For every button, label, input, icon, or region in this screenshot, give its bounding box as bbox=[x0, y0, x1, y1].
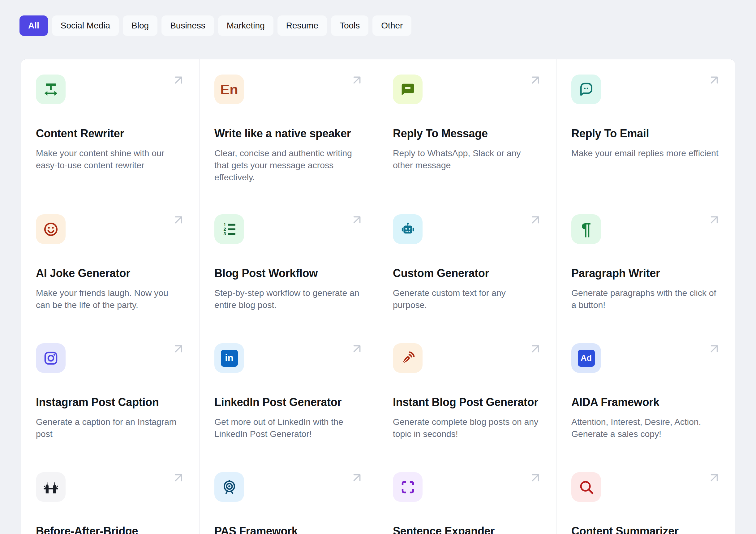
filter-pill-business[interactable]: Business bbox=[161, 15, 214, 36]
arrow-up-right-icon[interactable] bbox=[528, 342, 543, 356]
arrow-up-right-icon[interactable] bbox=[350, 470, 364, 485]
text-width-icon bbox=[36, 74, 66, 104]
tool-card[interactable]: Reply To Message Reply to WhatsApp, Slac… bbox=[378, 59, 556, 199]
tool-card[interactable]: Instant Blog Post Generator Generate com… bbox=[378, 328, 556, 457]
card-title: Reply To Email bbox=[571, 127, 720, 140]
tool-card[interactable]: PAS Framework bbox=[200, 457, 378, 534]
message-minus-icon bbox=[393, 74, 422, 104]
arrow-up-right-icon[interactable] bbox=[707, 470, 721, 485]
card-title: Instagram Post Caption bbox=[36, 396, 184, 409]
card-title: Reply To Message bbox=[393, 127, 541, 140]
tool-card[interactable]: Before-After-Bridge bbox=[21, 457, 200, 534]
tool-card[interactable]: 123 Blog Post Workflow Step-by-step work… bbox=[200, 199, 378, 328]
tool-card[interactable]: in LinkedIn Post Generator Get more out … bbox=[200, 328, 378, 457]
card-title: Content Rewriter bbox=[36, 127, 184, 140]
filter-pill-tools[interactable]: Tools bbox=[331, 15, 368, 36]
tool-card[interactable]: Ad AIDA Framework Attention, Interest, D… bbox=[556, 328, 735, 457]
tool-card[interactable]: En Write like a native speaker Clear, co… bbox=[200, 59, 378, 199]
robot-icon bbox=[393, 214, 422, 244]
arrow-up-right-icon[interactable] bbox=[528, 470, 543, 485]
english-letters-icon: En bbox=[214, 74, 244, 104]
arrow-up-right-icon[interactable] bbox=[707, 342, 721, 356]
svg-text:3: 3 bbox=[223, 231, 226, 236]
tool-card[interactable]: Instagram Post Caption Generate a captio… bbox=[21, 328, 200, 457]
filter-pill-blog[interactable]: Blog bbox=[123, 15, 157, 36]
filter-pill-social-media[interactable]: Social Media bbox=[52, 15, 119, 36]
arrow-up-right-icon[interactable] bbox=[528, 73, 543, 87]
arrow-up-right-icon[interactable] bbox=[350, 213, 364, 227]
numbered-list-icon: 123 bbox=[214, 214, 244, 244]
magnifier-icon bbox=[571, 472, 601, 502]
card-title: Blog Post Workflow bbox=[214, 267, 363, 280]
filter-pill-marketing[interactable]: Marketing bbox=[218, 15, 273, 36]
chat-dots-icon bbox=[571, 74, 601, 104]
arrow-up-right-icon[interactable] bbox=[350, 73, 364, 87]
card-title: Before-After-Bridge bbox=[36, 525, 184, 534]
filter-pill-other[interactable]: Other bbox=[372, 15, 411, 36]
arrow-up-right-icon[interactable] bbox=[350, 342, 364, 356]
card-description: Make your email replies more efficient bbox=[571, 147, 720, 159]
pilcrow-icon: ¶ bbox=[571, 214, 601, 244]
card-title: Custom Generator bbox=[393, 267, 541, 280]
arrow-up-right-icon[interactable] bbox=[171, 213, 186, 227]
arrow-up-right-icon[interactable] bbox=[171, 342, 186, 356]
card-title: Content Summarizer bbox=[571, 525, 720, 534]
card-title: PAS Framework bbox=[214, 525, 363, 534]
tools-grid: Content Rewriter Make your content shine… bbox=[21, 59, 735, 534]
card-description: Attention, Interest, Desire, Action. Gen… bbox=[571, 416, 720, 440]
expand-corners-icon bbox=[393, 472, 422, 502]
tool-card[interactable]: Custom Generator Generate custom text fo… bbox=[378, 199, 556, 328]
card-description: Clear, concise and authentic writing tha… bbox=[214, 147, 363, 183]
tool-card[interactable]: Reply To Email Make your email replies m… bbox=[556, 59, 735, 199]
arrow-up-right-icon[interactable] bbox=[707, 73, 721, 87]
card-title: Sentence Expander bbox=[393, 525, 541, 534]
card-title: AIDA Framework bbox=[571, 396, 720, 409]
card-description: Generate complete blog posts on any topi… bbox=[393, 416, 541, 440]
card-description: Step-by-step workflow to generate an ent… bbox=[214, 287, 363, 311]
card-description: Generate custom text for any purpose. bbox=[393, 287, 541, 311]
filter-bar: AllSocial MediaBlogBusinessMarketingResu… bbox=[19, 15, 411, 36]
arrow-up-right-icon[interactable] bbox=[171, 470, 186, 485]
pen-signal-icon bbox=[393, 343, 422, 373]
tool-card[interactable]: Content Summarizer bbox=[556, 457, 735, 534]
card-title: Write like a native speaker bbox=[214, 127, 363, 140]
filter-pill-resume[interactable]: Resume bbox=[278, 15, 327, 36]
ad-badge-icon: Ad bbox=[571, 343, 601, 373]
card-description: Get more out of LinkedIn with the Linked… bbox=[214, 416, 363, 440]
arrow-up-right-icon[interactable] bbox=[171, 73, 186, 87]
card-title: Instant Blog Post Generator bbox=[393, 396, 541, 409]
card-description: Make your content shine with our easy-to… bbox=[36, 147, 184, 171]
card-title: AI Joke Generator bbox=[36, 267, 184, 280]
tool-card[interactable]: Sentence Expander bbox=[378, 457, 556, 534]
tool-card[interactable]: ¶ Paragraph Writer Generate paragraphs w… bbox=[556, 199, 735, 328]
card-description: Make your friends laugh. Now you can be … bbox=[36, 287, 184, 311]
tool-card[interactable]: Content Rewriter Make your content shine… bbox=[21, 59, 200, 199]
bridge-icon bbox=[36, 472, 66, 502]
tool-card[interactable]: AI Joke Generator Make your friends laug… bbox=[21, 199, 200, 328]
smile-icon bbox=[36, 214, 66, 244]
card-title: LinkedIn Post Generator bbox=[214, 396, 363, 409]
instagram-icon bbox=[36, 343, 66, 373]
linkedin-icon: in bbox=[214, 343, 244, 373]
card-description: Reply to WhatsApp, Slack or any other me… bbox=[393, 147, 541, 171]
arrow-up-right-icon[interactable] bbox=[528, 213, 543, 227]
target-icon bbox=[214, 472, 244, 502]
filter-pill-all[interactable]: All bbox=[19, 15, 48, 36]
card-title: Paragraph Writer bbox=[571, 267, 720, 280]
card-description: Generate paragraphs with the click of a … bbox=[571, 287, 720, 311]
card-description: Generate a caption for an Instagram post bbox=[36, 416, 184, 440]
arrow-up-right-icon[interactable] bbox=[707, 213, 721, 227]
